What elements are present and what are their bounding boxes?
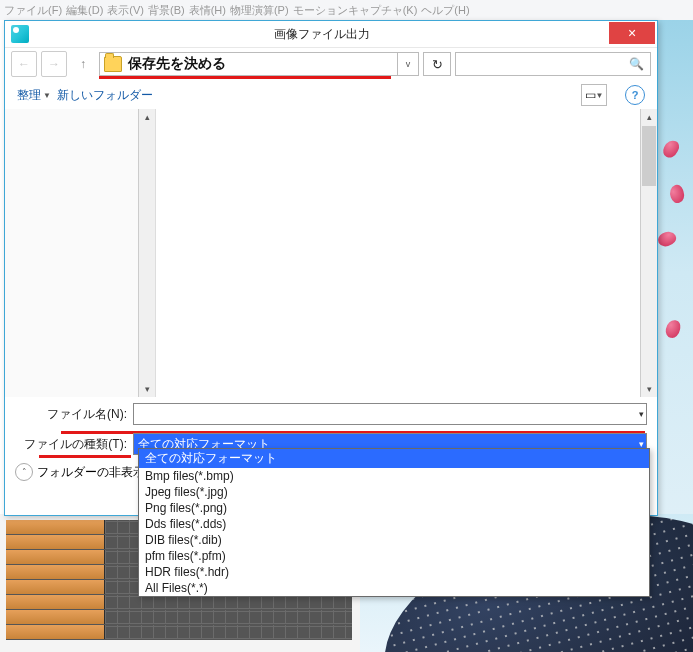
scroll-up-icon[interactable]: ▴ [139,109,155,125]
menu-item[interactable]: 編集(D) [66,3,103,18]
scrollbar[interactable]: ▴ ▾ [138,109,155,397]
forward-button[interactable]: → [41,51,67,77]
scroll-up-icon[interactable]: ▴ [641,109,657,125]
app-icon [11,25,29,43]
path-input[interactable]: 保存先を決める [99,52,398,76]
chevron-up-icon: ˄ [22,467,27,477]
view-icon: ▭ [585,88,596,102]
dropdown-item[interactable]: Bmp files(*.bmp) [139,468,649,484]
dropdown-item[interactable]: Jpeg files(*.jpg) [139,484,649,500]
refresh-icon: ↻ [432,57,443,72]
organize-label: 整理 [17,87,41,104]
dropdown-item[interactable]: HDR files(*.hdr) [139,564,649,580]
dropdown-item[interactable]: pfm files(*.pfm) [139,548,649,564]
new-folder-label: 新しいフォルダー [57,87,153,104]
file-list[interactable]: ▴ ▾ [156,109,657,397]
app-menubar: ファイル(F) 編集(D) 表示(V) 背景(B) 表情(H) 物理演算(P) … [0,0,693,20]
dropdown-item[interactable]: Dds files(*.dds) [139,516,649,532]
back-button[interactable]: ← [11,51,37,77]
chevron-down-icon: ▼ [596,91,604,100]
search-icon: 🔍 [629,57,644,71]
filename-label: ファイル名(N): [15,406,133,423]
filename-input[interactable]: ▾ [133,403,647,425]
menu-item[interactable]: ヘルプ(H) [421,3,469,18]
dropdown-item[interactable]: DIB files(*.dib) [139,532,649,548]
menu-item[interactable]: 表情(H) [189,3,226,18]
help-button[interactable]: ? [625,85,645,105]
titlebar: 画像ファイル出力 × [5,21,657,48]
filetype-label: ファイルの種類(T): [15,436,133,453]
up-button[interactable]: ↑ [71,52,95,76]
organize-button[interactable]: 整理 ▼ [17,87,51,104]
refresh-button[interactable]: ↻ [423,52,451,76]
folder-icon [104,56,122,72]
filetype-dropdown: 全ての対応フォーマット Bmp files(*.bmp) Jpeg files(… [138,448,650,597]
help-icon: ? [632,89,639,101]
dropdown-item[interactable]: Png files(*.png) [139,500,649,516]
dialog-title: 画像ファイル出力 [35,26,609,43]
dropdown-item[interactable]: All Files(*.*) [139,580,649,596]
folder-hide-label[interactable]: フォルダーの非表示 [37,464,145,481]
scrollbar[interactable]: ▴ ▾ [640,109,657,397]
path-text: 保存先を決める [128,55,393,73]
menu-item[interactable]: ファイル(F) [4,3,62,18]
arrow-right-icon: → [48,57,60,71]
close-icon: × [628,25,636,41]
close-button[interactable]: × [609,22,655,44]
menu-item[interactable]: 表示(V) [107,3,144,18]
menu-item[interactable]: 物理演算(P) [230,3,289,18]
new-folder-button[interactable]: 新しいフォルダー [57,87,153,104]
arrow-left-icon: ← [18,57,30,71]
chevron-down-icon: v [406,59,411,69]
navigation-pane[interactable]: ▴ ▾ [5,109,156,397]
menu-item[interactable]: 背景(B) [148,3,185,18]
toolbar: 整理 ▼ 新しいフォルダー ▭ ▼ ? [5,80,657,110]
save-dialog: 画像ファイル出力 × ← → ↑ 保存先を決める v ↻ 🔍 [4,20,658,516]
annotation-underline [99,76,391,79]
annotation-underline [39,455,131,458]
navbar: ← → ↑ 保存先を決める v ↻ 🔍 [5,48,657,80]
chevron-down-icon[interactable]: ▾ [639,409,644,419]
path-dropdown-button[interactable]: v [398,52,419,76]
collapse-button[interactable]: ˄ [15,463,33,481]
chevron-down-icon: ▼ [43,91,51,100]
scroll-down-icon[interactable]: ▾ [139,381,155,397]
dropdown-item[interactable]: 全ての対応フォーマット [139,449,649,468]
scroll-thumb[interactable] [642,126,656,186]
arrow-up-icon: ↑ [80,57,86,71]
search-input[interactable]: 🔍 [455,52,651,76]
menu-item[interactable]: モーションキャプチャ(K) [293,3,418,18]
scroll-down-icon[interactable]: ▾ [641,381,657,397]
view-button[interactable]: ▭ ▼ [581,84,607,106]
